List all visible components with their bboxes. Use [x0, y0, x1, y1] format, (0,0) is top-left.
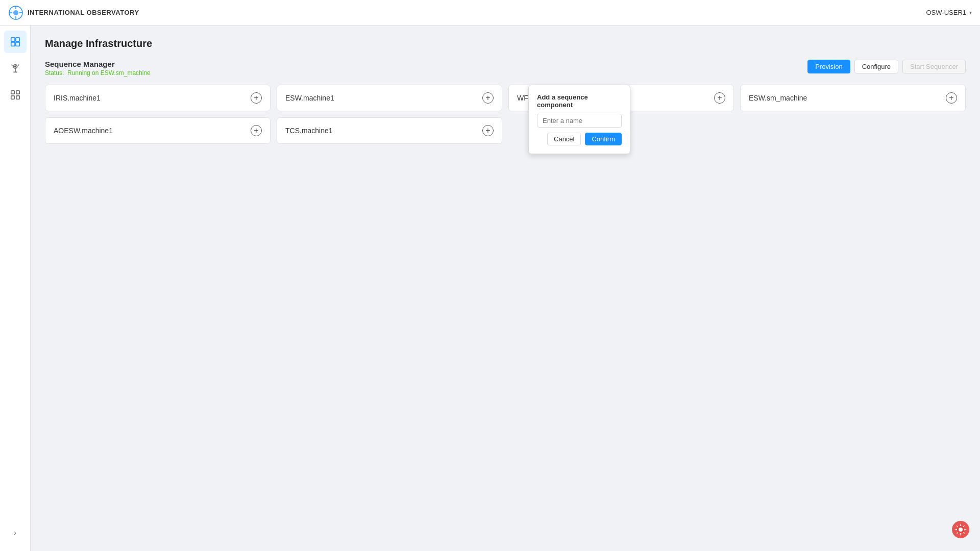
section-header: Sequence Manager Status: Running on ESW.… [45, 60, 966, 77]
add-component-icon-iris[interactable]: + [251, 92, 262, 104]
section-title: Sequence Manager [45, 60, 151, 68]
add-component-icon-tcs[interactable]: + [482, 125, 494, 136]
machine-name: TCS.machine1 [285, 127, 333, 135]
toolbar: Provision Configure Start Sequencer [807, 60, 966, 73]
machine-card-tcs[interactable]: TCS.machine1 + [277, 117, 502, 144]
main-layout: › Manage Infrastructure Sequence Manager… [0, 26, 980, 551]
cancel-button[interactable]: Cancel [547, 133, 581, 145]
header-left: INTERNATIONAL OBSERVATORY [8, 5, 139, 20]
settings-gear-button[interactable] [951, 520, 970, 541]
svg-rect-19 [16, 96, 19, 99]
add-component-icon-esw-sm[interactable]: + [946, 92, 957, 104]
user-name: OSW-USER1 [926, 9, 967, 16]
svg-rect-18 [11, 96, 14, 99]
svg-point-23 [959, 528, 963, 532]
add-component-icon-esw1[interactable]: + [482, 92, 494, 104]
infrastructure-icon [10, 36, 21, 47]
svg-line-14 [18, 65, 19, 66]
page-title: Manage Infrastructure [45, 38, 966, 49]
machine-card-esw-sm[interactable]: ESW.sm_machine + [740, 85, 966, 111]
expand-icon: › [14, 529, 16, 537]
telescope-icon [10, 63, 21, 74]
svg-rect-16 [11, 91, 14, 94]
configure-button[interactable]: Configure [854, 60, 898, 73]
svg-rect-7 [15, 38, 19, 41]
section-info: Sequence Manager Status: Running on ESW.… [45, 60, 151, 77]
add-component-icon-aoesw[interactable]: + [251, 125, 262, 136]
start-sequencer-button[interactable]: Start Sequencer [902, 60, 966, 73]
app-title: INTERNATIONAL OBSERVATORY [28, 9, 139, 16]
sidebar-item-infrastructure[interactable] [4, 31, 27, 53]
add-sequence-component-popover: Add a sequence component Cancel Confirm [528, 85, 630, 154]
svg-rect-17 [16, 91, 19, 94]
machine-card-iris[interactable]: IRIS.machine1 + [45, 85, 271, 111]
machine-card-esw1[interactable]: ESW.machine1 + [277, 85, 502, 111]
provision-button[interactable]: Provision [807, 60, 850, 73]
svg-rect-8 [11, 42, 14, 46]
svg-rect-6 [11, 38, 14, 41]
svg-point-1 [13, 10, 18, 15]
machine-name: ESW.sm_machine [749, 94, 807, 102]
sidebar-expand-button[interactable]: › [0, 524, 30, 541]
status-label: Status: [45, 69, 64, 77]
dashboard-icon [10, 89, 21, 101]
machines-row1: IRIS.machine1 + ESW.machine1 + WFOS.mach… [45, 85, 966, 111]
section-status: Status: Running on ESW.sm_machine [45, 69, 151, 77]
status-value: Running on ESW.sm_machine [67, 69, 151, 77]
sidebar: › [0, 26, 31, 551]
sidebar-item-dashboard[interactable] [4, 84, 27, 106]
machine-name: IRIS.machine1 [54, 94, 101, 102]
add-component-icon-wfos[interactable]: + [714, 92, 725, 104]
machine-name: AOESW.machine1 [54, 127, 113, 135]
tmt-logo-icon [8, 5, 23, 20]
machines-row2: AOESW.machine1 + TCS.machine1 + [45, 117, 966, 144]
machine-card-aoesw[interactable]: AOESW.machine1 + [45, 117, 271, 144]
confirm-button[interactable]: Confirm [585, 133, 622, 145]
chevron-down-icon: ▾ [969, 10, 972, 15]
gear-icon [951, 520, 970, 539]
sidebar-item-telescope[interactable] [4, 57, 27, 80]
popover-title: Add a sequence component [537, 93, 622, 109]
main-content: Manage Infrastructure Sequence Manager S… [31, 26, 980, 551]
app-header: INTERNATIONAL OBSERVATORY OSW-USER1 ▾ [0, 0, 980, 26]
popover-actions: Cancel Confirm [537, 133, 622, 145]
user-menu[interactable]: OSW-USER1 ▾ [926, 9, 972, 16]
machine-name: ESW.machine1 [285, 94, 334, 102]
svg-rect-9 [15, 42, 19, 46]
sequence-component-name-input[interactable] [537, 114, 622, 128]
svg-point-15 [14, 66, 16, 67]
svg-line-13 [11, 65, 12, 66]
